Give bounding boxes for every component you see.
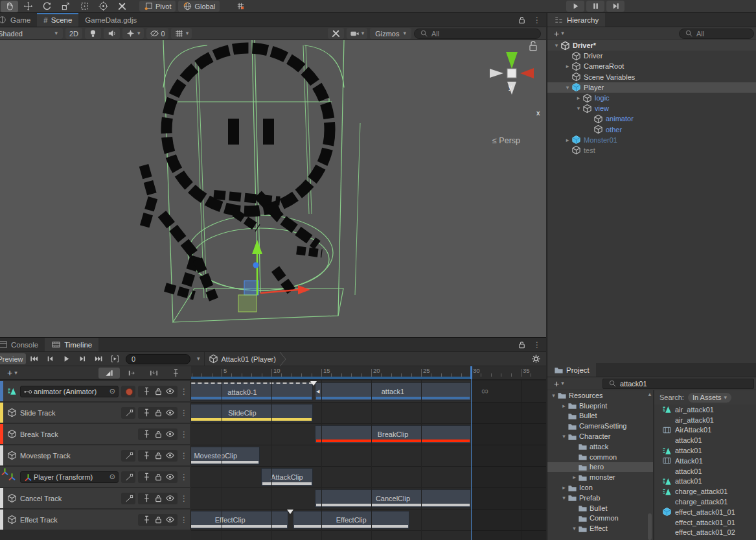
curves-toggle-button[interactable]: [121, 471, 135, 483]
tab-project[interactable]: Project: [547, 363, 596, 377]
step-button[interactable]: [606, 1, 624, 12]
hierarchy-item-driver[interactable]: Driver: [547, 51, 756, 61]
track-menu-icon[interactable]: ⋮: [180, 408, 188, 417]
hierarchy-item-cameraroot[interactable]: ▸CameraRoot: [547, 61, 756, 71]
project-folder-blueprint[interactable]: ▸Blueprint: [547, 401, 653, 411]
clip-attackclip[interactable]: AttackClip: [261, 468, 313, 486]
expand-arrow-icon[interactable]: ▸: [564, 63, 571, 69]
hierarchy-item-monster01[interactable]: ▸Monster01: [547, 135, 756, 145]
scene-viewport[interactable]: y x ≤ Persp: [0, 40, 546, 337]
grid-visibility-dropdown[interactable]: ▾: [171, 28, 192, 39]
tab-scene[interactable]: # Scene: [37, 13, 78, 27]
tab-timeline[interactable]: Timeline: [45, 338, 98, 351]
project-folder-hero[interactable]: hero: [547, 462, 653, 473]
expand-arrow-icon[interactable]: ▾: [575, 105, 582, 112]
expand-arrow-icon[interactable]: ▾: [571, 525, 578, 532]
track-header-effect-track[interactable]: Effect Track⋮: [0, 510, 190, 530]
marker-toggle-button[interactable]: [169, 368, 182, 379]
track-menu-icon[interactable]: ⋮: [180, 515, 188, 524]
search-result-effect_attack01_01[interactable]: effect_attack01_01: [654, 517, 756, 528]
clip-attack1[interactable]: ◀attack1: [315, 382, 471, 401]
search-result-attack01[interactable]: attack01: [654, 466, 756, 476]
scene-search-input[interactable]: All: [414, 29, 541, 39]
pin-icon[interactable]: [142, 408, 150, 417]
track-header-animator-animator-[interactable]: animator (Animator)⊙⋮: [0, 381, 190, 401]
pivot-toggle[interactable]: Pivot: [139, 1, 176, 12]
scroll-up-icon[interactable]: ▲: [647, 392, 652, 397]
timeline-menu-icon[interactable]: ⋮: [533, 340, 541, 349]
2d-toggle[interactable]: 2D: [65, 28, 82, 39]
search-result-effect_attack01_01[interactable]: effect_attack01_01: [654, 507, 756, 517]
expand-arrow-icon[interactable]: ▸: [571, 474, 578, 480]
project-folder-bullet[interactable]: Bullet: [547, 411, 653, 421]
audio-toggle[interactable]: [104, 28, 120, 39]
timeline-ruler[interactable]: 5101520253035: [191, 366, 546, 380]
lock-icon[interactable]: [154, 386, 162, 396]
expand-arrow-icon[interactable]: ▾: [560, 433, 567, 440]
play-button[interactable]: [566, 1, 584, 12]
next-frame-button[interactable]: [74, 353, 91, 365]
tab-console[interactable]: Console: [0, 338, 45, 351]
axis-y-label[interactable]: y: [509, 83, 512, 91]
hierarchy-item-test[interactable]: test: [547, 145, 756, 156]
track-header-player-transform-[interactable]: Player (Transform)⊙⋮: [0, 467, 190, 487]
eye-icon[interactable]: [165, 472, 174, 482]
tab-hierarchy[interactable]: Hierarchy: [547, 13, 605, 27]
project-folder-effect[interactable]: ▾Effect: [547, 523, 653, 534]
lock-icon[interactable]: [154, 472, 162, 482]
tab-gamedata[interactable]: GameData.gdjs: [78, 13, 143, 27]
track-object-field[interactable]: animator (Animator)⊙: [20, 386, 119, 397]
tool-scale-button[interactable]: [57, 1, 74, 12]
record-button[interactable]: [121, 386, 135, 397]
search-result-air_attack01[interactable]: air_attack01: [654, 405, 756, 415]
curves-toggle-button[interactable]: [121, 493, 135, 504]
track-menu-icon[interactable]: ⋮: [180, 430, 188, 439]
panel-unlock-icon[interactable]: [517, 15, 527, 25]
hierarchy-item-driver-[interactable]: ▾Driver*: [547, 40, 756, 51]
project-folder-character[interactable]: ▾Character: [547, 431, 653, 441]
object-picker-icon[interactable]: ⊙: [109, 473, 115, 481]
search-result-effect_attack01_02[interactable]: effect_attack01_02: [654, 528, 756, 538]
pin-icon[interactable]: [142, 451, 150, 460]
search-scope-dropdown[interactable]: In Assets ▾: [688, 393, 731, 403]
pause-button[interactable]: [586, 1, 604, 12]
track-object-field[interactable]: Player (Transform)⊙: [20, 471, 119, 483]
timeline-playhead[interactable]: [471, 366, 472, 540]
eye-icon[interactable]: [165, 515, 174, 524]
project-folder-common[interactable]: common: [547, 452, 653, 462]
track-menu-icon[interactable]: ⋮: [180, 494, 188, 503]
grid-snap-button[interactable]: [232, 1, 249, 12]
hierarchy-item-scene-variables[interactable]: Scene Variables: [547, 72, 756, 82]
track-header-break-track[interactable]: Break Track⋮: [0, 424, 190, 444]
project-folder-monster[interactable]: ▸monster: [547, 472, 653, 482]
project-folder-attack[interactable]: attack: [547, 441, 653, 452]
track-menu-icon[interactable]: ⋮: [180, 387, 188, 396]
expand-arrow-icon[interactable]: ▸: [575, 95, 582, 101]
track-header-slide-track[interactable]: Slide Track⋮: [0, 403, 190, 423]
project-search-input[interactable]: attack01: [602, 379, 754, 389]
search-result-attack01[interactable]: attack01: [654, 476, 756, 487]
search-result-charge_attack01[interactable]: charge_attack01: [654, 486, 756, 497]
track-header-movestep-track[interactable]: Movestep Track⋮: [0, 445, 190, 465]
hierarchy-item-logic[interactable]: ▸logic: [547, 93, 756, 103]
search-result-attack01[interactable]: attack01: [654, 445, 756, 456]
hierarchy-search-input[interactable]: All: [679, 29, 754, 39]
clip-breakclip[interactable]: BreakClip: [315, 425, 471, 443]
clip-slideclip[interactable]: SlideClip: [191, 404, 313, 422]
lock-icon[interactable]: [154, 493, 162, 503]
clip-cancelclip[interactable]: CancelClip: [315, 489, 471, 508]
project-folder-icon[interactable]: ▸Icon: [547, 482, 653, 493]
mix-mode-button[interactable]: [98, 368, 120, 379]
search-result-attack01[interactable]: Attack01: [654, 456, 756, 466]
goto-start-button[interactable]: [26, 353, 42, 365]
eye-icon[interactable]: [165, 429, 174, 439]
hierarchy-item-animator[interactable]: animator: [547, 113, 756, 124]
shading-dropdown[interactable]: Shaded ▾: [0, 28, 63, 39]
play-range-button[interactable]: [107, 353, 123, 365]
frame-field[interactable]: 0: [126, 354, 190, 364]
expand-arrow-icon[interactable]: ▸: [564, 137, 571, 143]
goto-end-button[interactable]: [91, 353, 107, 365]
search-result-charge_attack01[interactable]: charge_attack01: [654, 497, 756, 507]
pin-icon[interactable]: [142, 472, 150, 482]
preview-toggle[interactable]: Preview: [0, 353, 26, 364]
